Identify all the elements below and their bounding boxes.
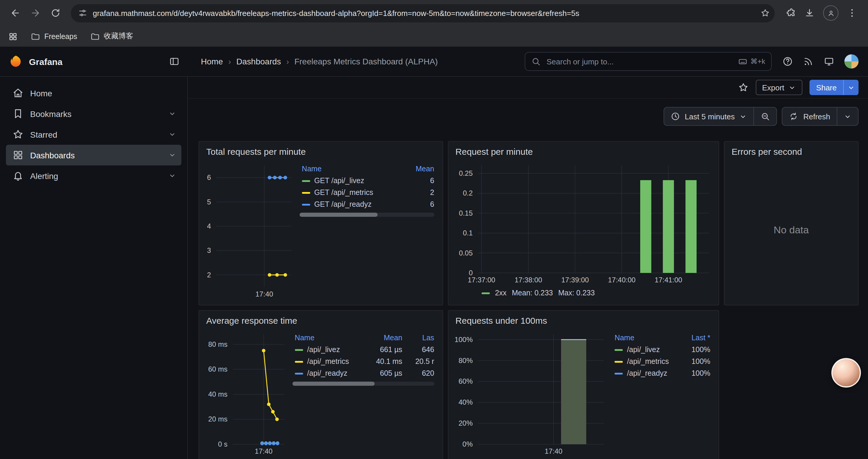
search-box[interactable]: ⌘+k (525, 52, 772, 71)
zoom-out-button[interactable] (754, 107, 777, 125)
panel-title[interactable]: Average response time (199, 311, 442, 330)
average-response-time-chart[interactable]: 0 s20 ms40 ms60 ms80 ms17:40 (205, 330, 288, 457)
panel-title[interactable]: Requests under 100ms (448, 311, 719, 330)
series-color-marker (295, 349, 303, 351)
legend-table: Name Last * /api/_livez 100% (612, 332, 713, 379)
legend-header-name[interactable]: Name (300, 163, 398, 175)
brand-name[interactable]: Grafana (29, 57, 62, 66)
breadcrumb-home[interactable]: Home (201, 57, 223, 66)
download-icon[interactable] (804, 8, 815, 18)
legend-header-name[interactable]: Name (612, 332, 674, 344)
search-input[interactable] (546, 57, 733, 66)
legend-scrollbar[interactable] (300, 213, 434, 217)
legend-header-mean[interactable]: Mean (366, 332, 405, 344)
panel-title[interactable]: Total requests per minute (199, 142, 442, 161)
series-last: 100% (674, 367, 713, 379)
svg-text:60 ms: 60 ms (208, 365, 227, 373)
requests-under-100ms-chart[interactable]: 0%20%40%60%80%100%17:40 (454, 330, 608, 457)
folder-icon (90, 32, 99, 41)
url-input[interactable] (93, 8, 755, 18)
back-icon[interactable] (6, 4, 25, 23)
favorite-star-icon[interactable] (738, 82, 748, 93)
user-avatar[interactable] (844, 54, 859, 68)
series-name[interactable]: GET /api/_readyz (314, 200, 372, 208)
series-name[interactable]: /api/_readyz (307, 369, 347, 378)
legend: Name Mean Las /api/_livez 661 µs (288, 330, 437, 459)
browser-profile-icon[interactable] (823, 5, 838, 21)
request-per-minute-chart[interactable]: 00.050.10.150.20.2517:37:0017:38:0017:39… (454, 161, 713, 286)
sidebar-item-dashboards[interactable]: Dashboards (6, 145, 181, 165)
chevron-down-icon[interactable] (168, 172, 176, 179)
refresh-button[interactable]: Refresh (783, 107, 837, 125)
panel-title[interactable]: Request per minute (448, 142, 719, 161)
site-settings-icon[interactable] (78, 8, 88, 18)
header-icons (782, 54, 859, 68)
series-name[interactable]: GET /api/_metrics (314, 189, 373, 197)
series-last: 620 (405, 367, 437, 379)
legend-header-last[interactable]: Las (405, 332, 437, 344)
apps-grid-icon[interactable] (8, 32, 18, 41)
floating-assistant-avatar[interactable] (831, 358, 861, 388)
legend-scrollbar-thumb[interactable] (300, 213, 378, 217)
total-requests-chart[interactable]: 2345617:40 (205, 161, 295, 300)
chevron-down-icon[interactable] (168, 110, 176, 118)
legend-scrollbar[interactable] (292, 382, 434, 386)
sidebar-toggle-icon[interactable] (169, 56, 180, 67)
chevron-down-icon[interactable] (168, 151, 176, 159)
browser-menu-icon[interactable] (847, 8, 857, 18)
bookmark-folder-freeleaps[interactable]: Freeleaps (31, 32, 77, 41)
svg-text:17:40: 17:40 (255, 290, 273, 298)
sidebar-item-alerting[interactable]: Alerting (6, 165, 181, 186)
svg-text:0.1: 0.1 (463, 229, 472, 237)
series-last: 646 (405, 344, 437, 356)
browser-chrome: Freeleaps 收藏博客 (0, 0, 868, 47)
panel-body: 0%20%40%60%80%100%17:40 Name Last * (448, 330, 719, 459)
breadcrumb-dashboards[interactable]: Dashboards (236, 57, 281, 66)
series-name[interactable]: /api/_livez (627, 346, 660, 354)
address-bar[interactable] (71, 4, 775, 22)
help-icon[interactable] (782, 56, 793, 67)
legend-header-last[interactable]: Last * (674, 332, 713, 344)
series-name[interactable]: 2xx (495, 289, 507, 297)
grafana-logo[interactable] (8, 54, 23, 69)
reload-icon[interactable] (46, 4, 65, 23)
legend: Name Mean GET /api/_livez 6 (295, 161, 437, 300)
display-icon[interactable] (824, 56, 834, 67)
legend-scrollbar-thumb[interactable] (292, 382, 375, 386)
series-color-marker (615, 349, 623, 351)
alerting-bell-icon (12, 170, 24, 182)
share-menu-caret[interactable] (844, 80, 859, 95)
series-name[interactable]: /api/_metrics (627, 357, 669, 366)
svg-text:0.25: 0.25 (459, 169, 473, 177)
sidebar-item-bookmarks[interactable]: Bookmarks (6, 103, 181, 124)
series-mean: 40.1 ms (366, 356, 405, 367)
news-icon[interactable] (803, 56, 814, 67)
extensions-icon[interactable] (785, 8, 796, 18)
grafana-header: Grafana Home › Dashboards › Freeleaps Me… (0, 47, 868, 77)
forward-icon[interactable] (26, 4, 45, 23)
legend-row: /api/_readyz 100% (612, 367, 713, 379)
bookmark-folder-blogs[interactable]: 收藏博客 (90, 31, 133, 41)
panel-average-response-time: Average response time 0 s20 ms40 ms60 ms… (198, 310, 443, 459)
series-name[interactable]: GET /api/_livez (314, 177, 364, 185)
series-name[interactable]: /api/_readyz (627, 369, 667, 378)
toolbar-icons (780, 5, 862, 21)
legend-table: Name Mean Las /api/_livez 661 µs (292, 332, 437, 379)
panel-title[interactable]: Errors per second (724, 142, 858, 161)
share-button[interactable]: Share (810, 80, 859, 95)
series-name[interactable]: /api/_livez (307, 346, 340, 354)
refresh-interval-caret[interactable] (837, 107, 858, 125)
panel-body: 0 s20 ms40 ms60 ms80 ms17:40 Name Mean L… (199, 330, 442, 459)
svg-text:20 ms: 20 ms (208, 415, 227, 423)
legend-header-name[interactable]: Name (292, 332, 366, 344)
export-button[interactable]: Export (755, 80, 802, 95)
series-color-marker (482, 292, 490, 294)
series-name[interactable]: /api/_metrics (307, 357, 349, 366)
sidebar-item-starred[interactable]: Starred (6, 124, 181, 145)
chevron-down-icon[interactable] (168, 131, 176, 138)
legend-header-mean[interactable]: Mean (398, 163, 437, 175)
sidebar-item-home[interactable]: Home (6, 83, 181, 103)
series-color-marker (615, 361, 623, 362)
bookmark-star-icon[interactable] (761, 8, 770, 18)
time-range-picker[interactable]: Last 5 minutes (664, 107, 754, 125)
